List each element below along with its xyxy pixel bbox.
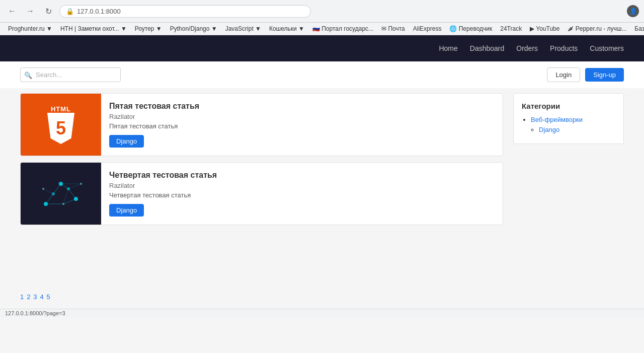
page-wrapper: Home Dashboard Orders Products Customers… [0,35,644,309]
html5-logo: HTML 5 [47,105,74,144]
article-author-1: Razilator [109,113,495,120]
svg-line-8 [46,194,53,204]
browser-toolbar: ← → ↻ 🔒 127.0.0.1:8000 👤 [0,0,644,23]
status-bar: 127.0.0.1:8000/?page=3 [0,309,644,317]
sidebar-category-link[interactable]: Веб-фреймворки [531,116,583,123]
refresh-button[interactable]: ↻ [41,4,55,18]
nav-home[interactable]: Home [439,44,457,52]
network-illustration [36,174,86,214]
article-tag-btn-1[interactable]: Django [109,135,144,148]
sidebar-subcategory-item: Django [539,125,615,133]
svg-line-17 [63,189,68,204]
back-button[interactable]: ← [5,4,19,18]
article-card-2: Четвертая тестовая статья Razilator Четв… [20,162,503,225]
bookmark-youtube[interactable]: ▶ YouTube [527,24,562,33]
page-link-1[interactable]: 1 [20,293,24,301]
svg-line-13 [63,199,76,204]
page-link-2[interactable]: 2 [27,293,30,301]
search-wrap: 🔍 [20,67,121,82]
search-auth-bar: 🔍 Login Sign-up [0,61,644,88]
thumbnail-network-bg [21,163,101,225]
bookmark-mail[interactable]: ✉ Почта [378,24,408,33]
forward-button[interactable]: → [23,4,37,18]
lock-icon: 🔒 [66,8,74,15]
sidebar-subcategories-list: Django [531,125,615,133]
page-link-3[interactable]: 3 [33,293,37,301]
pagination: 1 2 3 4 5 [0,290,644,309]
bookmark-proghunter[interactable]: Proghunter.ru ▼ [5,24,55,33]
nav-dashboard[interactable]: Dashboard [470,44,505,52]
sidebar-category-item: Веб-фреймворки Django [531,115,615,133]
bookmark-nth[interactable]: НТН | Заметки охот... ▼ [57,24,130,33]
svg-line-9 [53,184,61,194]
sidebar-subcategory-link[interactable]: Django [539,126,559,133]
article-card: HTML 5 Пятая тестовая статья Razilator П… [20,93,503,156]
article-excerpt-1: Пятая тестовая статья [109,122,495,130]
svg-line-10 [61,184,68,189]
article-thumbnail-html5: HTML 5 [21,94,101,156]
nav-products[interactable]: Products [550,44,578,52]
article-body-1: Пятая тестовая статья Razilator Пятая те… [101,94,503,156]
nav-orders[interactable]: Orders [516,44,538,52]
bookmark-django[interactable]: Python/Django ▼ [167,24,220,33]
navbar: Home Dashboard Orders Products Customers [0,35,644,61]
bookmark-bazakursov[interactable]: База Курсов [631,24,644,33]
url-text: 127.0.0.1:8000 [77,8,121,15]
svg-line-16 [68,184,81,189]
svg-line-11 [68,189,76,199]
nav-links: Home Dashboard Orders Products Customers [439,44,624,52]
sidebar-title: Категории [522,102,615,110]
sidebar-card: Категории Веб-фреймворки Django [513,93,624,144]
article-body-2: Четвертая тестовая статья Razilator Четв… [101,163,503,225]
articles-section: HTML 5 Пятая тестовая статья Razilator П… [20,93,503,279]
url-bar[interactable]: 🔒 127.0.0.1:8000 [59,5,311,18]
bookmarks-bar: Proghunter.ru ▼ НТН | Заметки охот... ▼ … [0,23,644,35]
article-thumbnail-network [21,163,101,225]
article-tag-btn-2[interactable]: Django [109,204,144,217]
bookmark-aliexpress[interactable]: AliExpress [410,24,445,33]
profile-icon[interactable]: 👤 [627,5,639,17]
bookmark-router[interactable]: Роутер ▼ [132,24,165,33]
status-url: 127.0.0.1:8000/?page=3 [5,310,65,316]
bookmark-wallets[interactable]: Кошельки ▼ [266,24,307,33]
bookmark-translator[interactable]: 🌐 Переводчик [446,24,495,33]
page-link-5[interactable]: 5 [47,293,50,301]
main-content: HTML 5 Пятая тестовая статья Razilator П… [0,88,644,290]
page-link-4[interactable]: 4 [40,293,43,301]
bookmark-pepper[interactable]: 🌶 Pepper.ru - лучш... [565,24,629,33]
signup-button[interactable]: Sign-up [585,68,624,82]
bookmark-portal[interactable]: 🇷🇺 Портал государс... [309,24,376,33]
sidebar: Категории Веб-фреймворки Django [513,93,624,279]
nav-customers[interactable]: Customers [590,44,624,52]
svg-line-14 [43,189,53,194]
login-button[interactable]: Login [547,67,580,82]
bookmark-js[interactable]: JavaScript ▼ [222,24,264,33]
auth-buttons: Login Sign-up [547,67,624,82]
article-title-2: Четвертая тестовая статья [109,171,495,180]
article-title-1: Пятая тестовая статья [109,102,495,111]
browser-chrome: ← → ↻ 🔒 127.0.0.1:8000 👤 Proghunter.ru ▼… [0,0,644,35]
article-author-2: Razilator [109,182,495,189]
article-excerpt-2: Четвертая тестовая статья [109,191,495,199]
sidebar-categories-list: Веб-фреймворки Django [522,115,615,133]
search-icon: 🔍 [24,71,32,79]
search-input[interactable] [20,67,121,82]
bookmark-24track[interactable]: 24Track [497,24,525,33]
thumbnail-html5-bg: HTML 5 [21,94,101,156]
